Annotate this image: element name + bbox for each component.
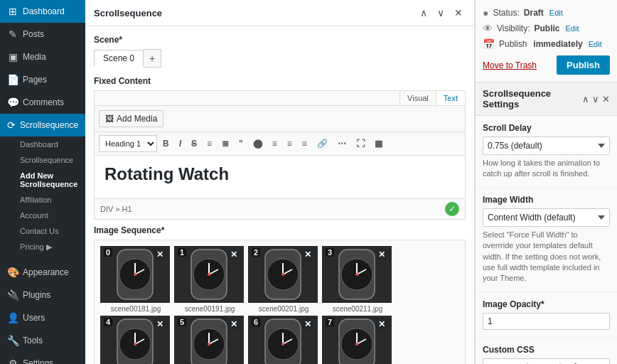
align-center-btn[interactable]: ≡	[268, 136, 281, 151]
image-remove-btn[interactable]: ✕	[301, 248, 314, 261]
image-remove-btn[interactable]: ✕	[301, 318, 314, 331]
svg-point-41	[281, 343, 284, 346]
format-select[interactable]: Heading 1 Heading 2 Heading 3 Paragraph	[99, 135, 157, 152]
image-width-select[interactable]: Content Width (default) Full Width	[483, 208, 610, 227]
image-opacity-input[interactable]	[483, 313, 610, 330]
scene-add-btn[interactable]: +	[144, 49, 161, 68]
list-item: 3✕scene00211.jpg	[322, 246, 393, 313]
sidebar-item-appearance[interactable]: 🎨 Appearance	[0, 261, 85, 284]
image-number: 1	[178, 248, 186, 257]
image-remove-btn[interactable]: ✕	[154, 318, 166, 331]
scene-label: Scene*	[94, 35, 466, 45]
appearance-icon: 🎨	[7, 267, 18, 278]
sidebar-item-label: Tools	[23, 336, 43, 346]
settings-collapse-btn[interactable]: ∧	[582, 94, 589, 105]
sidebar-item-label: Scrollsequence	[20, 120, 78, 130]
publish-button[interactable]: Publish	[557, 55, 610, 75]
sidebar-item-tools[interactable]: 🔧 Tools	[0, 329, 85, 352]
image-filename: scene00211.jpg	[322, 305, 393, 313]
blockquote-btn[interactable]: "	[235, 136, 247, 151]
link-btn[interactable]: 🔗	[313, 136, 332, 151]
list-item: 7✕scene00251.jpg	[322, 316, 393, 364]
editor-body[interactable]: Rotating Watch	[95, 156, 465, 198]
add-media-label: Add Media	[117, 114, 157, 124]
visibility-edit[interactable]: Edit	[565, 24, 579, 33]
visual-tab[interactable]: Visual	[399, 91, 436, 105]
settings-close-btn[interactable]: ✕	[602, 94, 610, 105]
add-media-btn[interactable]: 🖼 Add Media	[99, 110, 163, 127]
custom-css-input[interactable]: .ssq-center-center{ position: absolute; …	[483, 358, 610, 364]
sidebar-item-comments[interactable]: 💬 Comments	[0, 91, 85, 114]
svg-point-11	[208, 273, 210, 276]
sidebar-sub-affiliation[interactable]: Affiliation	[0, 192, 85, 208]
image-remove-btn[interactable]: ✕	[154, 248, 166, 261]
more-btn[interactable]: ⋯	[333, 136, 350, 151]
status-row: ● Status: Draft Edit	[483, 7, 610, 18]
media-bar: 🖼 Add Media	[95, 106, 465, 132]
sidebar-item-pages[interactable]: 📄 Pages	[0, 68, 85, 91]
scene-tab-0[interactable]: Scene 0	[94, 50, 144, 67]
image-remove-btn[interactable]: ✕	[375, 248, 388, 261]
settings-title: Scrollsequence Settings	[483, 88, 582, 109]
svg-point-35	[208, 343, 210, 346]
image-remove-btn[interactable]: ✕	[375, 318, 388, 331]
sidebar-item-posts[interactable]: ✎ Posts	[0, 23, 85, 46]
scroll-delay-section: Scroll Delay 0.75s (default) 0.5s 1s 1.5…	[476, 116, 617, 188]
image-remove-btn[interactable]: ✕	[227, 248, 240, 261]
svg-point-23	[355, 273, 358, 276]
sidebar-sub-scrollsequence[interactable]: Scrollsequence	[0, 152, 85, 168]
sidebar-item-users[interactable]: 👤 Users	[0, 306, 85, 329]
trash-link[interactable]: Move to Trash	[483, 60, 537, 70]
scrollsequence-icon: ⟳	[7, 119, 16, 131]
kitchen-sink-btn[interactable]: ▦	[370, 136, 387, 151]
bold-btn[interactable]: B	[159, 136, 173, 151]
settings-expand-btn[interactable]: ∨	[592, 94, 599, 105]
unordered-list-btn[interactable]: ≡	[203, 136, 216, 151]
scroll-delay-select[interactable]: 0.75s (default) 0.5s 1s 1.5s	[483, 136, 610, 155]
list-item: 6✕scene00241.jpg	[248, 316, 319, 364]
sidebar-item-scrollsequence[interactable]: ⟳ Scrollsequence	[0, 114, 85, 136]
status-label: Status:	[493, 8, 519, 18]
image-number: 3	[326, 248, 334, 257]
image-width-help: Select "Force Full Width" to overrride y…	[483, 230, 610, 284]
text-tab[interactable]: Text	[436, 91, 465, 105]
content-title: Scrollsequence	[94, 8, 162, 18]
status-edit[interactable]: Edit	[549, 9, 563, 17]
ordered-list-btn[interactable]: ≣	[218, 136, 233, 151]
list-item: 0✕scene00181.jpg	[100, 246, 171, 313]
sidebar-item-plugins[interactable]: 🔌 Plugins	[0, 284, 85, 306]
sidebar-sub-dashboard[interactable]: Dashboard	[0, 136, 85, 152]
sidebar-sub-add[interactable]: Add New Scrollsequence	[0, 168, 85, 192]
sidebar-item-media[interactable]: ▣ Media	[0, 46, 85, 68]
image-number: 5	[178, 318, 186, 326]
sidebar-sub-contact[interactable]: Contact Us	[0, 223, 85, 239]
status-icon: ●	[483, 7, 488, 18]
italic-btn[interactable]: I	[175, 136, 186, 151]
sidebar-item-settings[interactable]: ⚙ Settings	[0, 352, 85, 364]
sidebar-sub-pricing[interactable]: Pricing ▶	[0, 239, 85, 255]
strikethrough-btn[interactable]: S	[187, 136, 201, 151]
align-justify-btn[interactable]: ≡	[298, 136, 311, 151]
visibility-icon: 👁	[483, 23, 493, 34]
image-width-section: Image Width Content Width (default) Full…	[476, 188, 617, 292]
sidebar-sub-account[interactable]: Account	[0, 208, 85, 223]
image-number: 0	[104, 248, 112, 257]
header-down-btn[interactable]: ∨	[434, 6, 447, 20]
header-up-btn[interactable]: ∧	[417, 6, 430, 20]
fullscreen-btn[interactable]: ⛶	[352, 136, 369, 151]
sidebar-item-label: Settings	[23, 358, 53, 364]
image-number: 4	[104, 318, 112, 326]
image-remove-btn[interactable]: ✕	[227, 318, 240, 331]
align-left-btn[interactable]: ⬤	[249, 136, 267, 151]
image-width-label: Image Width	[483, 195, 610, 205]
header-close-btn[interactable]: ✕	[451, 6, 466, 20]
image-opacity-section: Image Opacity*	[476, 292, 617, 338]
sidebar-item-dashboard[interactable]: ⊞ Dashboard	[0, 0, 85, 23]
svg-point-5	[134, 273, 136, 276]
publish-box: ● Status: Draft Edit 👁 Visibility: Publi…	[476, 0, 617, 82]
image-thumb: 1✕	[174, 246, 244, 303]
sidebar-item-label: Plugins	[23, 290, 50, 300]
image-filename: scene00191.jpg	[174, 305, 245, 313]
align-right-btn[interactable]: ≡	[283, 136, 296, 151]
publish-time-edit[interactable]: Edit	[589, 40, 602, 48]
